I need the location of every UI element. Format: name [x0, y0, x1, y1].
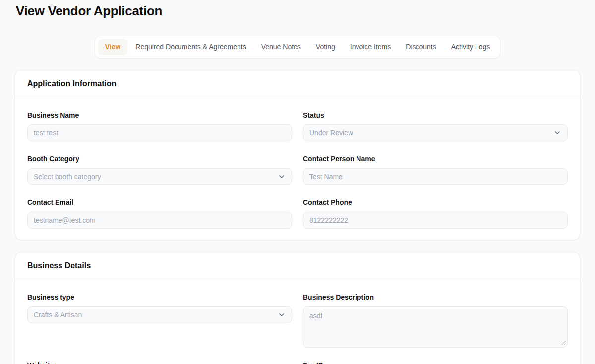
- contact-person-name-label: Contact Person Name: [303, 155, 568, 163]
- business-description-textarea[interactable]: asdf: [303, 306, 568, 348]
- resize-handle-icon[interactable]: [561, 341, 566, 346]
- application-information-title: Application Information: [27, 79, 117, 88]
- booth-category-label: Booth Category: [27, 155, 292, 163]
- website-field: Website: [27, 361, 292, 364]
- business-description-label: Business Description: [303, 293, 568, 302]
- booth-category-select[interactable]: Select booth category: [27, 168, 292, 185]
- business-name-label: Business Name: [27, 111, 292, 120]
- contact-email-label: Contact Email: [27, 198, 292, 207]
- business-details-title: Business Details: [27, 261, 91, 270]
- contact-email-field: Contact Email: [27, 198, 292, 229]
- tab-required-documents-agreements[interactable]: Required Documents & Agreements: [128, 39, 253, 55]
- contact-person-name-field: Contact Person Name: [303, 155, 568, 185]
- chevron-down-icon: [278, 173, 286, 181]
- business-details-card: Business Details Business type Crafts & …: [15, 252, 580, 364]
- business-description-field: Business Description asdf: [303, 293, 568, 348]
- tab-voting[interactable]: Voting: [309, 39, 342, 55]
- booth-category-field: Booth Category Select booth category: [27, 155, 292, 185]
- contact-phone-field: Contact Phone: [303, 198, 568, 229]
- application-information-card: Application Information Business Name St…: [15, 70, 580, 240]
- tab-bar: View Required Documents & Agreements Ven…: [95, 36, 501, 58]
- booth-category-select-value: Select booth category: [34, 173, 101, 181]
- business-type-select[interactable]: Crafts & Artisan: [27, 306, 292, 323]
- application-information-card-body: Business Name Status Under Review Booth …: [15, 97, 580, 240]
- status-field: Status Under Review: [303, 111, 568, 141]
- tax-id-label: Tax ID: [303, 361, 568, 364]
- contact-person-name-input[interactable]: [303, 168, 568, 185]
- website-label: Website: [27, 361, 292, 364]
- page-title: View Vendor Application: [0, 0, 595, 18]
- tab-bar-wrapper: View Required Documents & Agreements Ven…: [0, 36, 595, 58]
- business-type-field: Business type Crafts & Artisan: [27, 293, 292, 323]
- business-details-card-header: Business Details: [15, 252, 580, 279]
- tab-view[interactable]: View: [98, 39, 128, 55]
- contact-phone-label: Contact Phone: [303, 198, 568, 207]
- contact-phone-input[interactable]: [303, 212, 568, 229]
- tab-discounts[interactable]: Discounts: [399, 39, 443, 55]
- tab-activity-logs[interactable]: Activity Logs: [444, 39, 497, 55]
- business-type-label: Business type: [27, 293, 292, 302]
- chevron-down-icon: [278, 311, 286, 319]
- business-name-input[interactable]: [27, 124, 292, 141]
- status-label: Status: [303, 111, 568, 120]
- tax-id-field: Tax ID: [303, 361, 568, 364]
- business-details-card-body: Business type Crafts & Artisan Business …: [15, 279, 580, 364]
- status-select-value: Under Review: [309, 129, 353, 137]
- application-information-card-header: Application Information: [15, 70, 580, 97]
- status-select[interactable]: Under Review: [303, 124, 568, 141]
- business-type-select-value: Crafts & Artisan: [34, 311, 82, 319]
- tab-venue-notes[interactable]: Venue Notes: [254, 39, 308, 55]
- business-name-field: Business Name: [27, 111, 292, 141]
- tab-invoice-items[interactable]: Invoice Items: [343, 39, 398, 55]
- chevron-down-icon: [553, 129, 561, 137]
- contact-email-input[interactable]: [27, 212, 292, 229]
